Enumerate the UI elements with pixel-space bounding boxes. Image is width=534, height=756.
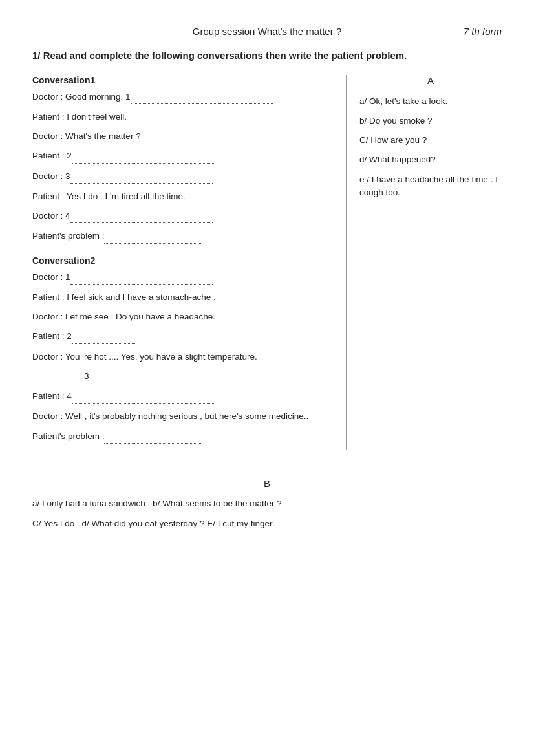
conv1-line-1: Doctor : Good morning. 1 (32, 91, 333, 104)
section-a-item-4: d/ What happened? (359, 153, 502, 166)
conv1-line-7: Doctor : 4 (32, 210, 333, 223)
page-header: Group session What's the matter ? 7 th f… (32, 26, 502, 37)
conv1-line-6: Patient : Yes I do . I 'm tired all the … (32, 190, 333, 203)
section-a-item-3: C/ How are you ? (359, 134, 502, 147)
section-a-title: A (359, 75, 502, 86)
conv2-line-7: Patient : 4 (32, 390, 333, 404)
conv2-line-8: Doctor : Well , it's probably nothing se… (32, 410, 333, 423)
conv2-line-1: Doctor : 1 (32, 271, 333, 285)
conv2-problem-label: Patient's problem : (32, 431, 104, 441)
conv2-problem-blank[interactable] (104, 430, 201, 444)
conv2-speaker-3: Doctor : Let me see . Do you have a head… (32, 312, 215, 321)
header-form: 7 th form (464, 26, 502, 37)
header-prefix: Group session (193, 26, 258, 37)
section-a-item-5: e / I have a headache all the time . I c… (359, 173, 502, 200)
conv2-speaker-5: Doctor : You 're hot .... Yes, you have … (32, 352, 257, 362)
section-instruction: 1/ Read and complete the following conve… (32, 49, 502, 63)
conv2-speaker-6: 3 (84, 371, 89, 381)
conv2-blank-3[interactable] (89, 370, 231, 383)
section-divider (32, 466, 408, 466)
conversation2-title: Conversation2 (32, 255, 333, 266)
conv1-speaker-6: Patient : Yes I do . I 'm tired all the … (32, 191, 186, 201)
conv1-blank-4[interactable] (70, 210, 213, 223)
conv1-speaker-4: Patient : 2 (32, 151, 72, 160)
section-a-item-1: a/ Ok, let's take a look. (359, 95, 502, 108)
section-b: B a/ I only had a tuna sandwich . b/ Wha… (32, 478, 502, 532)
conv2-line-4: Patient : 2 (32, 330, 333, 343)
conv2-patient-problem: Patient's problem : (32, 430, 333, 444)
conv2-speaker-8: Doctor : Well , it's probably nothing se… (32, 411, 308, 421)
conv2-speaker-2: Patient : I feel sick and I have a stoma… (32, 292, 216, 302)
right-column: A a/ Ok, let's take a look. b/ Do you sm… (347, 75, 502, 450)
conv1-line-5: Doctor : 3 (32, 170, 333, 184)
section-b-title: B (32, 478, 502, 489)
conv1-problem-label: Patient's problem : (32, 231, 104, 241)
conv2-line-6: 3 (84, 370, 333, 383)
header-title: Group session What's the matter ? (193, 26, 341, 37)
left-column: Conversation1 Doctor : Good morning. 1 P… (32, 75, 347, 450)
header-underlined: What's the matter ? (258, 26, 342, 37)
conv1-speaker-1: Doctor : Good morning. 1 (32, 92, 131, 102)
conv1-blank-2[interactable] (72, 149, 214, 163)
page-container: Group session What's the matter ? 7 th f… (32, 26, 502, 532)
conversation1-title: Conversation1 (32, 75, 333, 85)
conv1-line-3: Doctor : What's the matter ? (32, 130, 333, 143)
conv1-speaker-5: Doctor : 3 (32, 171, 70, 181)
conv1-problem-blank[interactable] (104, 230, 201, 243)
conv2-speaker-7: Patient : 4 (32, 391, 72, 401)
conv2-blank-2[interactable] (72, 330, 136, 343)
conv2-speaker-1: Doctor : 1 (32, 272, 70, 282)
section-a-item-2: b/ Do you smoke ? (359, 114, 502, 127)
conv1-patient-problem: Patient's problem : (32, 230, 333, 243)
section-b-line-1: a/ I only had a tuna sandwich . b/ What … (32, 497, 502, 512)
section-b-line-2: C/ Yes I do . d/ What did you eat yester… (32, 517, 502, 532)
main-content: Conversation1 Doctor : Good morning. 1 P… (32, 75, 502, 450)
conv1-speaker-7: Doctor : 4 (32, 211, 70, 221)
conv2-line-3: Doctor : Let me see . Do you have a head… (32, 310, 333, 323)
main-wrapper: Conversation1 Doctor : Good morning. 1 P… (32, 75, 502, 532)
conv1-speaker-3: Doctor : What's the matter ? (32, 131, 141, 141)
conv1-line-4: Patient : 2 (32, 149, 333, 163)
conv1-line-2: Patient : I don't feel well. (32, 111, 333, 124)
conv2-blank-1[interactable] (70, 271, 213, 285)
conv2-blank-4[interactable] (72, 390, 214, 404)
conv1-blank-3[interactable] (70, 170, 213, 184)
conv2-speaker-4: Patient : 2 (32, 331, 72, 341)
conv1-blank-1[interactable] (131, 91, 273, 104)
conv2-line-5: Doctor : You 're hot .... Yes, you have … (32, 351, 333, 363)
conv2-line-2: Patient : I feel sick and I have a stoma… (32, 291, 333, 304)
conv1-speaker-2: Patient : I don't feel well. (32, 112, 127, 122)
